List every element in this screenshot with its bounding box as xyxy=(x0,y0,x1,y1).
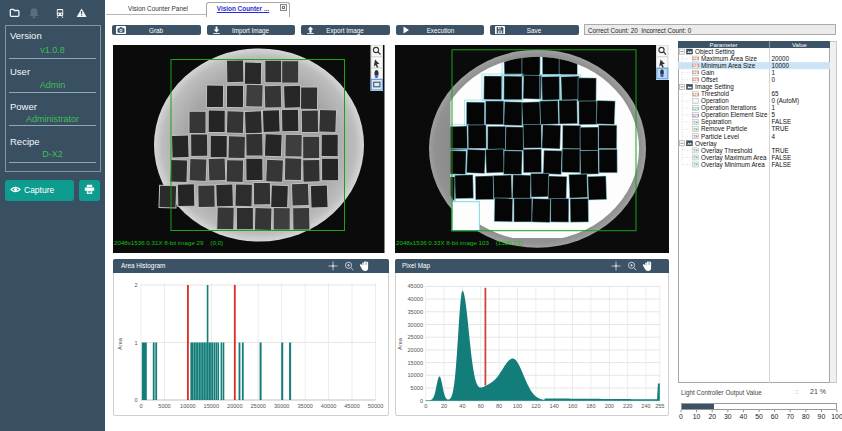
svg-text:TRUE: TRUE xyxy=(772,125,789,132)
svg-text:123: 123 xyxy=(692,63,700,68)
svg-text:FALSE: FALSE xyxy=(772,154,792,161)
svg-text:10000: 10000 xyxy=(180,402,196,408)
svg-text:123: 123 xyxy=(692,70,700,75)
svg-text:123: 123 xyxy=(692,113,700,118)
svg-text:Threshold: Threshold xyxy=(701,90,729,97)
svg-text:220: 220 xyxy=(623,403,632,409)
svg-text:123: 123 xyxy=(692,106,700,111)
svg-text:20000: 20000 xyxy=(227,402,243,408)
svg-text:123: 123 xyxy=(692,91,700,96)
svg-text:15000: 15000 xyxy=(204,402,220,408)
svg-text:123: 123 xyxy=(692,77,700,82)
svg-text:Particle Level: Particle Level xyxy=(701,132,739,139)
svg-text:35000: 35000 xyxy=(407,308,423,314)
svg-text:TF: TF xyxy=(693,148,699,153)
svg-text:...: ... xyxy=(694,98,698,103)
svg-text:255: 255 xyxy=(655,403,664,409)
svg-text:Gain: Gain xyxy=(701,69,715,76)
svg-text:0: 0 xyxy=(419,397,422,403)
svg-text:240: 240 xyxy=(641,403,650,409)
svg-text:40000: 40000 xyxy=(321,402,337,408)
svg-text:0 (AutoM): 0 (AutoM) xyxy=(772,97,800,105)
svg-text:40: 40 xyxy=(740,413,748,420)
svg-text:Area: Area xyxy=(117,337,123,350)
svg-text:20000: 20000 xyxy=(407,347,423,353)
svg-text:45000: 45000 xyxy=(344,402,360,408)
svg-text:40000: 40000 xyxy=(407,296,423,302)
svg-text:60: 60 xyxy=(477,403,483,409)
svg-text:65: 65 xyxy=(772,90,780,97)
svg-text:20: 20 xyxy=(708,413,716,420)
svg-text:10000: 10000 xyxy=(772,62,790,69)
svg-text:50: 50 xyxy=(755,413,763,420)
svg-text:120: 120 xyxy=(531,403,540,409)
svg-text:TF: TF xyxy=(693,120,699,125)
svg-text:80: 80 xyxy=(802,413,810,420)
svg-text:160: 160 xyxy=(567,403,576,409)
svg-text:60: 60 xyxy=(771,413,779,420)
svg-text:Maximum Area Size: Maximum Area Size xyxy=(701,55,757,62)
svg-text:TF: TF xyxy=(693,155,699,160)
svg-text:40: 40 xyxy=(459,403,465,409)
svg-text:0: 0 xyxy=(424,403,427,409)
svg-text:FALSE: FALSE xyxy=(772,161,792,168)
svg-text:1: 1 xyxy=(134,339,137,345)
svg-text:100: 100 xyxy=(831,413,842,420)
svg-text:0: 0 xyxy=(772,76,776,83)
svg-text:70: 70 xyxy=(786,413,794,420)
svg-text:0: 0 xyxy=(679,413,683,420)
svg-text:30000: 30000 xyxy=(274,402,290,408)
svg-text:90: 90 xyxy=(818,413,826,420)
svg-text:100: 100 xyxy=(512,403,521,409)
svg-text:30000: 30000 xyxy=(407,321,423,327)
svg-text:5: 5 xyxy=(772,111,776,118)
svg-text:35000: 35000 xyxy=(297,402,313,408)
svg-text:10000: 10000 xyxy=(407,372,423,378)
svg-text:45000: 45000 xyxy=(407,283,423,289)
svg-text:Remove Particle: Remove Particle xyxy=(701,125,748,132)
svg-text:15000: 15000 xyxy=(407,359,423,365)
svg-text:200: 200 xyxy=(604,403,613,409)
svg-text:Overlay Minimum Area: Overlay Minimum Area xyxy=(701,161,765,169)
svg-text:140: 140 xyxy=(549,403,558,409)
svg-text:TRUE: TRUE xyxy=(772,146,789,153)
svg-text:5000: 5000 xyxy=(410,385,422,391)
svg-text:20: 20 xyxy=(440,403,446,409)
svg-text:2048x1536 0.33X 8-bit image 10: 2048x1536 0.33X 8-bit image 103 (1325,71… xyxy=(396,239,522,246)
svg-text:0: 0 xyxy=(134,397,137,403)
svg-text:FALSE: FALSE xyxy=(772,118,792,125)
svg-text:4: 4 xyxy=(772,132,776,139)
svg-text:Offset: Offset xyxy=(701,76,718,83)
svg-text:Area: Area xyxy=(397,337,403,350)
svg-text:1: 1 xyxy=(772,104,776,111)
svg-text:80: 80 xyxy=(495,403,501,409)
svg-text:5000: 5000 xyxy=(158,402,170,408)
svg-text:180: 180 xyxy=(586,403,595,409)
svg-text:30: 30 xyxy=(724,413,732,420)
svg-text:TF: TF xyxy=(693,127,699,132)
svg-text:20000: 20000 xyxy=(772,55,790,62)
svg-text:10: 10 xyxy=(693,413,701,420)
svg-text:TF: TF xyxy=(693,162,699,167)
svg-text:1: 1 xyxy=(772,69,776,76)
svg-text:2048x1536 0.31X 8-bit image 29: 2048x1536 0.31X 8-bit image 29 (0,0) xyxy=(114,239,223,246)
svg-text:25000: 25000 xyxy=(407,334,423,340)
svg-text:Minimum Area Size: Minimum Area Size xyxy=(701,62,756,69)
svg-text:50000: 50000 xyxy=(368,402,384,408)
svg-text:25000: 25000 xyxy=(250,402,266,408)
svg-text:0: 0 xyxy=(139,402,142,408)
svg-text:123: 123 xyxy=(692,56,700,61)
svg-text:2: 2 xyxy=(134,282,137,288)
svg-text:TF: TF xyxy=(693,134,699,139)
